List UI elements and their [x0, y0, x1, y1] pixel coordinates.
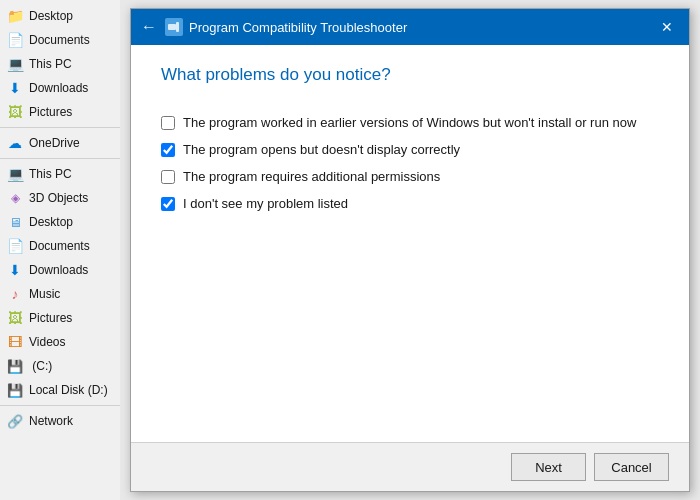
- drive-icon: 💾: [6, 381, 24, 399]
- sidebar-label: Downloads: [29, 263, 88, 277]
- download-icon: ⬇: [6, 261, 24, 279]
- network-icon: 🔗: [6, 412, 24, 430]
- sidebar-item-documents-top[interactable]: 📄 Documents: [0, 28, 120, 52]
- drive-icon: 💾: [6, 357, 24, 375]
- checkbox-1[interactable]: [161, 116, 175, 130]
- checkbox-2[interactable]: [161, 143, 175, 157]
- sidebar-label: Downloads: [29, 81, 88, 95]
- sidebar-label: This PC: [29, 57, 72, 71]
- back-button[interactable]: ←: [141, 18, 157, 36]
- sidebar-divider-3: [0, 405, 120, 406]
- next-button[interactable]: Next: [511, 453, 586, 481]
- svg-rect-0: [168, 24, 176, 30]
- folder-icon: 📄: [6, 31, 24, 49]
- close-button[interactable]: ✕: [655, 15, 679, 39]
- sidebar-item-drive-d[interactable]: 💾 Local Disk (D:): [0, 378, 120, 402]
- sidebar-item-music[interactable]: ♪ Music: [0, 282, 120, 306]
- cancel-button[interactable]: Cancel: [594, 453, 669, 481]
- sidebar-item-3dobjects[interactable]: ◈ 3D Objects: [0, 186, 120, 210]
- dialog-body: What problems do you notice? The program…: [131, 45, 689, 442]
- download-icon: ⬇: [6, 79, 24, 97]
- pc-icon: 💻: [6, 165, 24, 183]
- sidebar-item-desktop-top[interactable]: 📁 Desktop: [0, 4, 120, 28]
- checkbox-item-1[interactable]: The program worked in earlier versions o…: [161, 115, 659, 130]
- sidebar-label: OneDrive: [29, 136, 80, 150]
- sidebar-item-thispc[interactable]: 💻 This PC: [0, 162, 120, 186]
- sidebar-item-thispc-top[interactable]: 💻 This PC: [0, 52, 120, 76]
- 3d-icon: ◈: [6, 189, 24, 207]
- checkbox-item-3[interactable]: The program requires additional permissi…: [161, 169, 659, 184]
- checkbox-4[interactable]: [161, 197, 175, 211]
- checkbox-label-1: The program worked in earlier versions o…: [183, 115, 636, 130]
- checkbox-item-4[interactable]: I don't see my problem listed: [161, 196, 659, 211]
- dialog-title: Program Compatibility Troubleshooter: [189, 20, 655, 35]
- dialog-titlebar: ← Program Compatibility Troubleshooter ✕: [131, 9, 689, 45]
- sidebar-label: 3D Objects: [29, 191, 88, 205]
- desktop-icon: 🖥: [6, 213, 24, 231]
- titlebar-icon: [165, 18, 183, 36]
- pictures-icon: 🖼: [6, 309, 24, 327]
- checkbox-3[interactable]: [161, 170, 175, 184]
- sidebar-label: Videos: [29, 335, 65, 349]
- sidebar-item-documents[interactable]: 📄 Documents: [0, 234, 120, 258]
- sidebar-divider-1: [0, 127, 120, 128]
- sidebar-label: Desktop: [29, 9, 73, 23]
- wrench-icon: [167, 20, 181, 34]
- sidebar-label: Documents: [29, 239, 90, 253]
- sidebar-divider-2: [0, 158, 120, 159]
- dialog-window: ← Program Compatibility Troubleshooter ✕…: [130, 8, 690, 492]
- checkbox-group: The program worked in earlier versions o…: [161, 115, 659, 211]
- sidebar-item-onedrive[interactable]: ☁ OneDrive: [0, 131, 120, 155]
- checkbox-label-3: The program requires additional permissi…: [183, 169, 440, 184]
- folder-icon: 📄: [6, 237, 24, 255]
- sidebar-item-pictures[interactable]: 🖼 Pictures: [0, 306, 120, 330]
- sidebar-label: Music: [29, 287, 60, 301]
- sidebar-label: (C:): [29, 359, 52, 373]
- sidebar-item-desktop[interactable]: 🖥 Desktop: [0, 210, 120, 234]
- folder-icon: 📁: [6, 7, 24, 25]
- sidebar-item-videos[interactable]: 🎞 Videos: [0, 330, 120, 354]
- sidebar-item-downloads[interactable]: ⬇ Downloads: [0, 258, 120, 282]
- checkbox-label-2: The program opens but doesn't display co…: [183, 142, 460, 157]
- sidebar-label: Documents: [29, 33, 90, 47]
- sidebar-label: This PC: [29, 167, 72, 181]
- checkbox-item-2[interactable]: The program opens but doesn't display co…: [161, 142, 659, 157]
- sidebar-item-drive-c[interactable]: 💾 (C:): [0, 354, 120, 378]
- onedrive-icon: ☁: [6, 134, 24, 152]
- dialog-footer: Next Cancel: [131, 442, 689, 491]
- sidebar-label: Pictures: [29, 311, 72, 325]
- video-icon: 🎞: [6, 333, 24, 351]
- sidebar-label: Desktop: [29, 215, 73, 229]
- sidebar-label: Pictures: [29, 105, 72, 119]
- sidebar: 📁 Desktop 📄 Documents 💻 This PC ⬇ Downlo…: [0, 0, 120, 500]
- svg-rect-1: [176, 22, 179, 32]
- checkbox-label-4: I don't see my problem listed: [183, 196, 348, 211]
- sidebar-item-pictures-top[interactable]: 🖼 Pictures: [0, 100, 120, 124]
- sidebar-label: Network: [29, 414, 73, 428]
- pc-icon: 💻: [6, 55, 24, 73]
- sidebar-item-network[interactable]: 🔗 Network: [0, 409, 120, 433]
- sidebar-item-downloads-top[interactable]: ⬇ Downloads: [0, 76, 120, 100]
- sidebar-label: Local Disk (D:): [29, 383, 108, 397]
- main-area: ← Program Compatibility Troubleshooter ✕…: [120, 0, 700, 500]
- music-icon: ♪: [6, 285, 24, 303]
- dialog-question: What problems do you notice?: [161, 65, 659, 85]
- pictures-icon: 🖼: [6, 103, 24, 121]
